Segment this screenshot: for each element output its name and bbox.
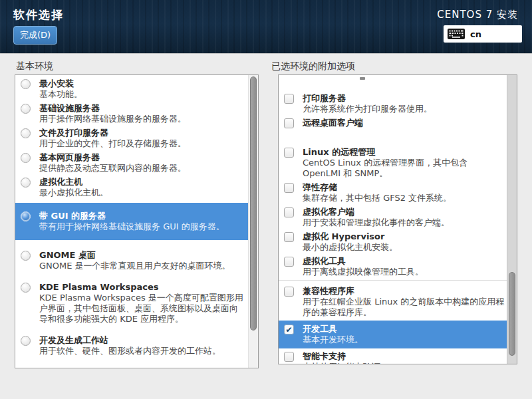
left-scrollbar-thumb[interactable] bbox=[250, 76, 257, 331]
option-description: 最小的虚拟化主机安装。 bbox=[303, 242, 505, 253]
base-environment-heading: 基本环境 bbox=[16, 61, 53, 72]
environment-radio[interactable] bbox=[21, 79, 31, 89]
option-description: 集群存储，其中包括 GFS2 文件系统。 bbox=[303, 193, 505, 203]
option-texts: Linux 的远程管理CentOS Linux 的远程管理界面，其中包含 Ope… bbox=[303, 147, 505, 179]
option-title: GNOME 桌面 bbox=[39, 250, 246, 261]
option-description: GNOME 是一个非常直观且用户友好的桌面环境。 bbox=[39, 261, 246, 271]
environment-radio[interactable] bbox=[21, 153, 31, 163]
environment-radio[interactable] bbox=[21, 283, 31, 293]
option-texts: 打印服务器允许将系统作为打印服务器使用。 bbox=[303, 93, 505, 114]
addon-option[interactable]: 虚拟化客户端用于安装和管理虚拟化事件的客户端。 bbox=[279, 206, 507, 229]
option-texts: 开发及生成工作站用于软件、硬件、图形或者内容开发的工作站。 bbox=[39, 335, 246, 356]
option-texts: 基础设施服务器用于操作网络基础设施服务的服务器。 bbox=[39, 103, 246, 124]
environment-option[interactable]: 文件及打印服务器用于企业的文件、打印及存储服务器。 bbox=[15, 127, 249, 150]
environment-radio[interactable] bbox=[21, 251, 31, 261]
base-environment-list: 最小安装基本功能。基础设施服务器用于操作网络基础设施服务的服务器。文件及打印服务… bbox=[15, 74, 259, 368]
addon-checkbox[interactable] bbox=[284, 207, 294, 217]
installer-top-bar: 软件选择 完成(D) CENTOS 7 安装 cn bbox=[0, 0, 532, 54]
page-title: 软件选择 bbox=[13, 7, 64, 23]
addon-option[interactable]: 虚拟化工具用于离线虚拟映像管理的工具。 bbox=[279, 255, 507, 278]
environment-radio[interactable] bbox=[21, 336, 31, 346]
option-description: 允许将系统作为打印服务器使用。 bbox=[303, 104, 505, 114]
option-texts: 最小安装基本功能。 bbox=[39, 78, 246, 100]
environment-radio[interactable] bbox=[21, 104, 31, 114]
option-texts: 智能卡支持支持使用智能卡验证 bbox=[303, 351, 505, 364]
option-title: 虚拟化 Hypervisor bbox=[303, 231, 505, 242]
addon-checkbox[interactable] bbox=[284, 94, 294, 104]
option-texts: 基本网页服务器提供静态及动态互联网内容的服务器。 bbox=[39, 152, 246, 174]
addon-option[interactable]: 弹性存储集群存储，其中包括 GFS2 文件系统。 bbox=[279, 182, 507, 204]
addon-option[interactable]: 虚拟化 Hypervisor最小的虚拟化主机安装。 bbox=[279, 231, 507, 253]
environment-option[interactable]: 开发及生成工作站用于软件、硬件、图形或者内容开发的工作站。 bbox=[15, 334, 249, 357]
left-list-scrollbar[interactable] bbox=[248, 75, 258, 368]
option-description: 用于操作网络基础设施服务的服务器。 bbox=[39, 114, 246, 124]
addon-option[interactable]: ✔开发工具基本开发环境。 bbox=[279, 321, 507, 348]
environment-radio[interactable] bbox=[21, 178, 31, 188]
environment-option[interactable]: 带 GUI 的服务器带有用于操作网络基础设施服务 GUI 的服务器。 bbox=[15, 203, 249, 240]
option-description: 基本功能。 bbox=[39, 89, 246, 100]
keyboard-layout-code: cn bbox=[470, 29, 481, 39]
keyboard-icon bbox=[448, 29, 465, 39]
keyboard-layout-indicator[interactable]: cn bbox=[444, 25, 522, 43]
option-texts: GNOME 桌面GNOME 是一个非常直观且用户友好的桌面环境。 bbox=[39, 250, 246, 271]
option-description: CentOS Linux 的远程管理界面，其中包含 OpenLMI 和 SNMP… bbox=[303, 158, 505, 179]
option-title: 开发及生成工作站 bbox=[39, 335, 246, 346]
installer-product-title: CENTOS 7 安装 bbox=[437, 9, 518, 21]
option-description: 用于离线虚拟映像管理的工具。 bbox=[303, 267, 505, 277]
option-description: KDE Plasma Workspaces 是一个高度可配置图形用户界面，其中包… bbox=[39, 293, 246, 325]
option-description: 基本开发环境。 bbox=[303, 334, 505, 345]
environment-option[interactable]: KDE Plasma WorkspacesKDE Plasma Workspac… bbox=[15, 281, 249, 325]
environment-option[interactable]: 基本网页服务器提供静态及动态互联网内容的服务器。 bbox=[15, 152, 249, 174]
right-list-scrollbar[interactable] bbox=[507, 75, 517, 364]
option-title: Linux 的远程管理 bbox=[303, 147, 505, 158]
option-title: 打印服务器 bbox=[303, 93, 505, 104]
environment-radio[interactable] bbox=[21, 128, 31, 138]
option-title: 基础设施服务器 bbox=[39, 103, 246, 114]
addons-list: 打印服务器允许将系统作为打印服务器使用。远程桌面客户端Linux 的远程管理Ce… bbox=[278, 74, 517, 364]
option-description: 用于企业的文件、打印及存储服务器。 bbox=[39, 138, 246, 149]
base-environment-rows: 最小安装基本功能。基础设施服务器用于操作网络基础设施服务的服务器。文件及打印服务… bbox=[15, 75, 249, 368]
option-description: 用于软件、硬件、图形或者内容开发的工作站。 bbox=[39, 346, 246, 356]
option-texts: 虚拟化工具用于离线虚拟映像管理的工具。 bbox=[303, 256, 505, 277]
option-title: 智能卡支持 bbox=[303, 351, 505, 362]
option-description: 支持使用智能卡验证 bbox=[303, 362, 505, 364]
done-button[interactable]: 完成(D) bbox=[13, 26, 57, 45]
option-title: 最小安装 bbox=[39, 78, 246, 89]
addon-checkbox[interactable] bbox=[284, 287, 294, 297]
option-title: 虚拟化主机 bbox=[39, 177, 246, 188]
option-description: 用于安装和管理虚拟化事件的客户端。 bbox=[303, 217, 505, 228]
addons-heading: 已选环境的附加选项 bbox=[271, 61, 355, 72]
addon-checkbox[interactable] bbox=[284, 232, 294, 242]
addon-option[interactable]: 智能卡支持支持使用智能卡验证 bbox=[279, 350, 507, 364]
option-texts: 虚拟化 Hypervisor最小的虚拟化主机安装。 bbox=[303, 231, 505, 253]
addon-option[interactable]: 兼容性程序库用于在红帽企业版 Linux 的之前版本中构建的应用程序的兼容程序库… bbox=[279, 280, 507, 319]
option-title: 开发工具 bbox=[303, 324, 505, 334]
option-title: 文件及打印服务器 bbox=[39, 128, 246, 138]
environment-option[interactable]: 虚拟化主机最小虚拟化主机。 bbox=[15, 176, 249, 199]
addon-option[interactable]: Linux 的远程管理CentOS Linux 的远程管理界面，其中包含 Ope… bbox=[279, 146, 507, 180]
addon-checkbox[interactable]: ✔ bbox=[284, 325, 294, 334]
environment-option[interactable]: 最小安装基本功能。 bbox=[15, 78, 249, 100]
option-description: 最小虚拟化主机。 bbox=[39, 188, 246, 198]
environment-option[interactable]: GNOME 桌面GNOME 是一个非常直观且用户友好的桌面环境。 bbox=[15, 249, 249, 272]
option-description: 用于在红帽企业版 Linux 的之前版本中构建的应用程序的兼容程序库。 bbox=[303, 297, 505, 318]
option-texts: 虚拟化主机最小虚拟化主机。 bbox=[39, 177, 246, 198]
environment-radio[interactable] bbox=[21, 211, 31, 221]
right-scrollbar-thumb[interactable] bbox=[509, 272, 515, 356]
addon-checkbox[interactable] bbox=[284, 118, 294, 128]
option-description: 带有用于操作网络基础设施服务 GUI 的服务器。 bbox=[39, 221, 246, 232]
addon-checkbox[interactable] bbox=[284, 257, 294, 267]
option-title: KDE Plasma Workspaces bbox=[39, 282, 246, 293]
addons-rows: 打印服务器允许将系统作为打印服务器使用。远程桌面客户端Linux 的远程管理Ce… bbox=[279, 75, 507, 364]
addon-option[interactable]: 打印服务器允许将系统作为打印服务器使用。 bbox=[279, 92, 507, 115]
option-texts: 开发工具基本开发环境。 bbox=[303, 324, 505, 345]
option-title: 基本网页服务器 bbox=[39, 152, 246, 163]
environment-option[interactable]: 基础设施服务器用于操作网络基础设施服务的服务器。 bbox=[15, 102, 249, 125]
option-texts: KDE Plasma WorkspacesKDE Plasma Workspac… bbox=[39, 282, 246, 325]
addon-checkbox[interactable] bbox=[284, 352, 294, 362]
option-title: 远程桌面客户端 bbox=[303, 118, 505, 128]
addon-option[interactable]: 远程桌面客户端 bbox=[279, 117, 507, 129]
addon-checkbox[interactable] bbox=[284, 183, 294, 193]
addon-checkbox[interactable] bbox=[284, 148, 294, 158]
option-description: 提供静态及动态互联网内容的服务器。 bbox=[39, 163, 246, 174]
